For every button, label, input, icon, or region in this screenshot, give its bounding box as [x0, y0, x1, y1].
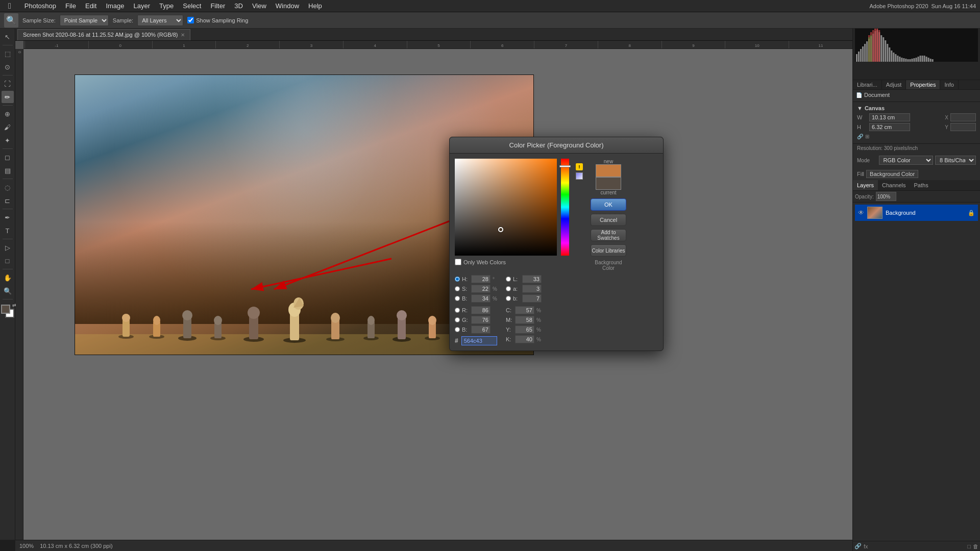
color-values: H: ° S: % B: % R: — [455, 275, 658, 345]
swap-colors-icon[interactable]: ⇄ — [12, 303, 16, 308]
ruler-v-numbers: 01234567 — [15, 50, 23, 54]
layer-tabs: Layers Channels Paths — [853, 180, 980, 191]
k-input[interactable] — [515, 335, 534, 343]
c-input[interactable] — [515, 306, 534, 314]
menu-select[interactable]: Select — [179, 1, 205, 11]
sample-select[interactable]: All Layers — [137, 15, 183, 26]
link-icon[interactable]: 🔗 — [857, 134, 863, 139]
sample-size-select[interactable]: Point Sample — [60, 15, 109, 26]
show-sampling-ring-checkbox[interactable] — [187, 17, 194, 23]
menu-3d[interactable]: 3D — [230, 1, 247, 11]
b3-radio[interactable] — [506, 296, 511, 301]
mode-select[interactable]: RGB Color — [879, 156, 933, 165]
blur-tool-icon[interactable]: ◌ — [2, 181, 14, 193]
dodge-tool-icon[interactable]: ⊏ — [2, 194, 14, 207]
color-libraries-button[interactable]: Color Libraries — [591, 244, 626, 257]
tab-adjust[interactable]: Adjust — [882, 80, 906, 89]
ok-button[interactable]: OK — [591, 198, 626, 211]
brush-tool-icon[interactable]: 🖌 — [2, 121, 14, 133]
s-input[interactable] — [471, 285, 491, 293]
zoom-tool-icon[interactable]: 🔍 — [2, 285, 14, 297]
mode-label: Mode — [857, 158, 877, 163]
canvas-height-input[interactable] — [869, 123, 910, 131]
delete-layer-icon[interactable]: 🗑 — [973, 543, 978, 549]
menu-view[interactable]: View — [248, 1, 271, 11]
canvas-y-input[interactable] — [950, 123, 976, 131]
m-input[interactable] — [515, 316, 534, 324]
tab-properties[interactable]: Properties — [906, 80, 940, 89]
collapse-icon[interactable]: ▼ — [857, 105, 863, 111]
b2-input[interactable] — [471, 325, 491, 334]
color-gradient-picker[interactable] — [455, 159, 557, 256]
foreground-swatch[interactable] — [1, 305, 10, 314]
layer-fx-icon[interactable]: fx — [864, 543, 868, 549]
canvas-content[interactable] — [23, 49, 852, 540]
selection-tool-icon[interactable]: ⬚ — [2, 47, 14, 60]
tab-paths[interactable]: Paths — [910, 180, 933, 190]
crop-tool-icon[interactable]: ⛶ — [2, 78, 14, 90]
new-layer-icon[interactable]: □ — [967, 543, 971, 549]
menu-type[interactable]: Type — [155, 1, 178, 11]
h-radio[interactable] — [455, 277, 460, 282]
l-input[interactable] — [522, 275, 542, 283]
gradient-tool-icon[interactable]: ▤ — [2, 164, 14, 177]
menu-help[interactable]: Help — [304, 1, 326, 11]
layer-background[interactable]: 👁 Background 🔒 — [855, 205, 978, 221]
menu-window[interactable]: Window — [272, 1, 303, 11]
apple-menu[interactable]:  — [4, 1, 15, 12]
hue-slider[interactable] — [561, 159, 569, 256]
lock-layers-icon[interactable]: 🔗 — [854, 543, 862, 549]
path-select-icon[interactable]: ▷ — [2, 241, 14, 254]
cancel-button[interactable]: Cancel — [591, 214, 626, 226]
bit-depth-select[interactable]: 8 Bits/Channel — [935, 156, 976, 165]
move-tool-icon[interactable]: ↖ — [2, 31, 14, 43]
eraser-tool-icon[interactable]: ◻ — [2, 151, 14, 163]
canvas-width-input[interactable] — [869, 113, 910, 121]
y-input[interactable] — [515, 325, 534, 334]
document-tab[interactable]: Screen Shot 2020-08-16 at 11.25.52 AM.jp… — [17, 29, 190, 40]
only-web-colors-checkbox[interactable] — [455, 259, 461, 265]
tab-layers[interactable]: Layers — [853, 180, 878, 190]
b-radio[interactable] — [455, 296, 460, 301]
menu-edit[interactable]: Edit — [81, 1, 101, 11]
h-input[interactable] — [471, 275, 491, 283]
canvas-x-input[interactable] — [950, 113, 976, 121]
b3-input[interactable] — [522, 294, 542, 303]
g-radio[interactable] — [455, 317, 460, 322]
tab-librari[interactable]: Librari... — [853, 80, 882, 89]
hand-tool-icon[interactable]: ✋ — [2, 271, 14, 284]
ruler-mark-10: 10 — [725, 41, 789, 48]
g-input[interactable] — [471, 316, 491, 324]
text-tool-icon[interactable]: T — [2, 224, 14, 237]
menu-layer[interactable]: Layer — [130, 1, 155, 11]
lasso-tool-icon[interactable]: ⊙ — [2, 61, 14, 73]
hex-input[interactable] — [461, 336, 497, 345]
clone-tool-icon[interactable]: ✦ — [2, 134, 14, 146]
b-input[interactable] — [471, 294, 491, 303]
l-radio[interactable] — [506, 277, 511, 282]
menu-filter[interactable]: Filter — [206, 1, 229, 11]
shape-tool-icon[interactable]: □ — [2, 255, 14, 267]
show-sampling-ring-label[interactable]: Show Sampling Ring — [187, 17, 248, 23]
tab-info[interactable]: Info — [940, 80, 958, 89]
r-radio[interactable] — [455, 308, 460, 313]
healing-tool-icon[interactable]: ⊕ — [2, 108, 14, 120]
r-input[interactable] — [471, 306, 491, 314]
menu-photoshop[interactable]: Photoshop — [20, 1, 60, 11]
layer-visibility-icon[interactable]: 👁 — [858, 209, 864, 216]
s-radio[interactable] — [455, 286, 460, 291]
opacity-input[interactable] — [876, 192, 896, 201]
a-radio[interactable] — [506, 286, 511, 291]
menu-image[interactable]: Image — [102, 1, 128, 11]
menu-file[interactable]: File — [61, 1, 80, 11]
eyedropper-tool-icon-side[interactable]: ✏ — [2, 91, 14, 103]
pen-tool-icon[interactable]: ✒ — [2, 211, 14, 223]
resize-icon[interactable]: ⊞ — [865, 134, 869, 139]
c-label: C: — [506, 307, 513, 313]
tab-close-icon[interactable]: ✕ — [181, 32, 185, 38]
eyedropper-tool-icon[interactable]: 🔍 — [4, 13, 18, 28]
b2-radio[interactable] — [455, 327, 460, 332]
tab-channels[interactable]: Channels — [878, 180, 910, 190]
a-input[interactable] — [522, 285, 542, 293]
add-to-swatches-button[interactable]: Add to Swatches — [591, 229, 626, 241]
